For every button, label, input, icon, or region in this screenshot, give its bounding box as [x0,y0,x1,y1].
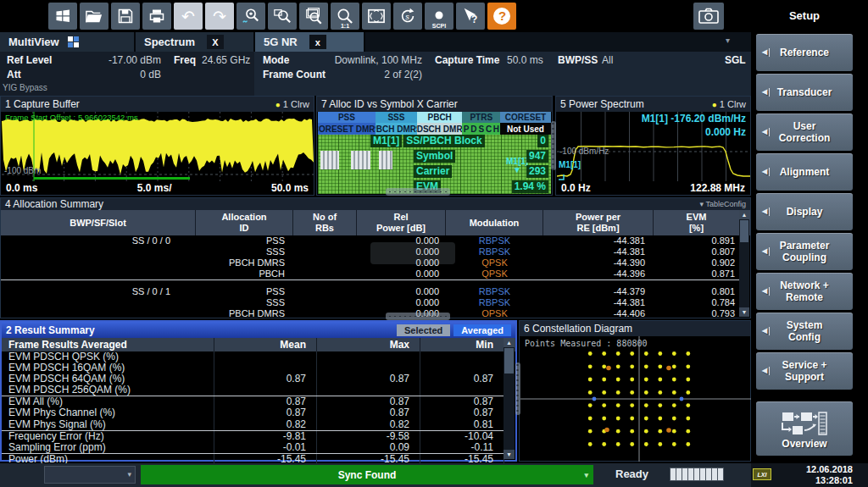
softkey-user-correction[interactable]: ◀User Correction [756,113,853,151]
channel-tabbar: MultiView Spectrum x 5G NR x [0,32,751,52]
save-icon[interactable] [111,3,140,30]
windows-icon[interactable] [48,3,77,30]
trace1-dot-icon: ● [275,100,281,109]
bwp-ss-value[interactable]: All [602,54,613,66]
continue-sweep-icon[interactable]: s [393,3,422,30]
splitter-handle[interactable] [551,121,556,170]
alloc-resource-grid[interactable]: M1[1]▼ M1[1] SS/PBCH Block 0 Symbol 947 … [318,135,551,194]
capture-time-value[interactable]: 50.0 ms [507,54,543,66]
table-row[interactable]: Frequency Error (Hz)-9.81-9.58-10.04 [2,431,504,442]
scroll-up-icon[interactable]: ▲ [504,338,515,347]
selected-toggle-button[interactable]: Selected [397,324,450,336]
table-row[interactable]: EVM Phys Signal (%)0.820.820.81 [2,419,504,431]
scroll-thumb[interactable] [504,348,514,374]
table-config-button[interactable]: ▾ TableConfig [700,200,746,208]
legend-chip-pss: PSS [318,112,376,123]
screenshot-camera-button[interactable] [693,3,724,30]
table-row[interactable]: SSS0.000RBPSK-44.3810.784 [1,297,742,308]
mode-value[interactable]: Downlink, 100 MHz [295,54,422,66]
zoom-multi-icon[interactable] [299,3,328,30]
freq-value[interactable]: 24.65 GHz [202,54,250,66]
column-header: Power perRE [dBm] [543,210,654,235]
softkey-display[interactable]: ◀Display [756,193,853,230]
frame-count-value[interactable]: 2 of 2(2) [337,69,422,80]
ref-level-value[interactable]: -17.00 dBm [76,54,161,66]
zoom-signal-icon[interactable] [236,3,265,30]
chevron-down-icon[interactable]: ▾ [584,471,588,479]
averaged-toggle-button[interactable]: Averaged [453,324,511,336]
power-x-end: 122.88 MHz [690,182,745,194]
table-row[interactable]: EVM Phys Channel (%)0.870.870.87 [2,407,504,418]
softkey-service-support[interactable]: ◀Service + Support [756,352,853,390]
scroll-down-icon[interactable]: ▼ [739,307,749,317]
capture-buffer-plot[interactable]: Frame Start Offset : 5.966023542 ms -100… [2,112,314,181]
tab-spectrum[interactable]: Spectrum x [136,32,255,52]
capture-buffer-trace-badge[interactable]: 1 Clrw [283,99,309,109]
result-summary-header: 2 Result Summary Selected Averaged [2,322,515,338]
overview-button[interactable]: Overview [756,401,853,456]
context-help-icon[interactable]: ? [456,3,485,30]
table-row[interactable]: PBCH0.000QPSK-44.3960.871 [1,268,742,279]
softkey-system-config[interactable]: ◀System Config [756,313,853,350]
scpi-label: SCPI [425,23,453,29]
status-dropdown[interactable]: ▾ [44,466,136,484]
constellation-plot[interactable]: Points Measured : 880800 [520,336,749,460]
redo-icon[interactable]: ↷ [205,3,234,30]
att-value[interactable]: 0 dB [76,69,161,80]
zoom-selection-icon[interactable] [268,3,297,30]
legend-chip-s: S [477,123,485,135]
legend-chip-pdsch-dmrs: PDSCH DMRS [417,123,463,135]
scroll-down-icon[interactable]: ▼ [504,450,515,459]
softkey-alignment[interactable]: ◀Alignment [756,153,853,191]
splitter-handle[interactable] [386,188,450,196]
result-summary-scrollbar[interactable]: ▲ ▼ [504,338,515,459]
softkey-reference[interactable]: ◀Reference [756,34,853,71]
frame-count-label: Frame Count [263,69,326,80]
result-summary-colheaders: Frame Results AveragedMeanMaxMin [2,338,515,351]
tab-5gnr-close-icon[interactable]: x [309,35,326,49]
softkey-network-remote[interactable]: ◀Network + Remote [756,273,853,310]
scroll-thumb[interactable] [740,220,748,242]
softkey-parameter-coupling[interactable]: ◀Parameter Coupling [756,233,853,270]
legend-chip-not-used: Not Used [500,123,551,135]
undo-icon[interactable]: ↶ [174,3,203,30]
scroll-up-icon[interactable]: ▲ [739,210,749,219]
alloc-used-block [379,151,392,169]
power-spectrum-title: 5 Power Spectrum [560,98,644,110]
legend-chip-sss: SSS [376,112,417,123]
alloc-marker-m1[interactable]: M1[1]▼ [506,158,528,174]
freq-label: Freq [174,54,196,66]
display-fullscreen-icon[interactable] [362,3,391,30]
splitter-handle[interactable] [515,362,520,415]
progress-segments [670,468,724,481]
marker-m1-label[interactable]: M1[1] [559,160,581,169]
sync-status-bar[interactable]: Sync Found ▾ [141,465,593,484]
table-row[interactable]: PBCH DMRS0.000QPSK-44.4060.793 [1,308,742,317]
tab-overflow-chevron-icon[interactable]: ▾ [726,36,730,45]
bwp-ss-label: BWP/SS [558,54,598,66]
frame-start-offset-label: Frame Start Offset : 5.966023542 ms [5,113,138,122]
power-spectrum-trace-badge[interactable]: 1 Clrw [720,99,746,109]
scpi-icon[interactable]: SCPI [425,3,453,30]
chevron-down-icon: ▾ [127,470,131,479]
open-file-icon[interactable] [80,3,108,30]
splitter-handle[interactable] [386,313,450,320]
table-row[interactable]: Sampling Error (ppm)-0.010.09-0.11 [2,442,504,454]
capture-x-end: 50.0 ms [271,182,309,194]
tab-spectrum-close-icon[interactable]: x [207,35,224,49]
help-icon[interactable]: ? [487,3,516,30]
tab-multiview[interactable]: MultiView [0,32,136,52]
legend-chip-pbch-dmrs: PBCH DMRS [376,123,417,135]
tab-5gnr[interactable]: 5G NR x [255,32,365,52]
table-row[interactable]: EVM PDSCH 256QAM (%) [2,385,504,396]
zoom-1to1-icon[interactable]: 1:1 [331,3,359,30]
power-spectrum-plot[interactable]: M1[1] -176.20 dBm/Hz 0.000 Hz -100 dBm/H… [557,112,750,181]
analyzer-screen: ↶ ↷ 1:1 s SCPI ? ? MultiView Spectrum x … [0,0,868,487]
sgl-badge: SGL [725,54,746,66]
table-row[interactable]: SS / 0 / 1PSS0.000RBPSK-44.3790.801 [1,286,742,297]
allocation-summary-scrollbar[interactable]: ▲ ▼ [739,210,749,317]
side-menu-icon: ◀ [762,327,770,335]
print-icon[interactable] [142,3,171,30]
softkey-transducer[interactable]: ◀Transducer [756,74,853,111]
constellation-header: 6 Constellation Diagram [520,321,750,336]
